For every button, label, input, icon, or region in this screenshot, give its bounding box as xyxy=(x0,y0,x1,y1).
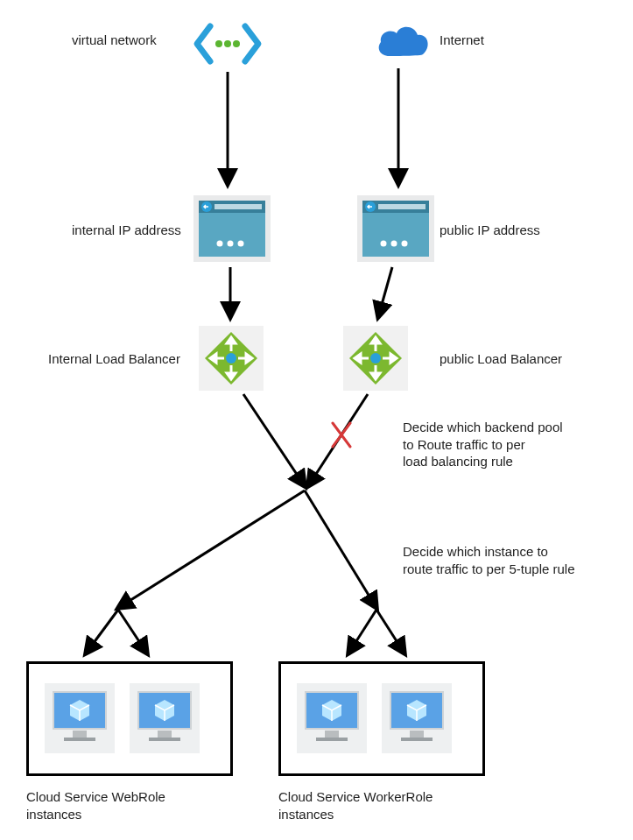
label-webrole: Cloud Service WebRole instances xyxy=(26,788,201,822)
monitor-icon xyxy=(45,683,115,753)
svg-point-17 xyxy=(391,241,397,247)
monitor-icon xyxy=(297,683,367,753)
svg-rect-49 xyxy=(410,731,424,738)
svg-rect-50 xyxy=(401,738,433,741)
label-workerrole: Cloud Service WorkerRole instances xyxy=(278,788,471,822)
label-vnet: virtual network xyxy=(72,32,157,49)
svg-point-10 xyxy=(238,241,244,247)
svg-line-60 xyxy=(333,423,350,447)
monitor-icon xyxy=(382,683,452,753)
svg-rect-42 xyxy=(325,731,339,738)
label-internal-ip: internal IP address xyxy=(72,222,181,239)
svg-point-18 xyxy=(402,241,408,247)
svg-line-66 xyxy=(376,610,404,653)
svg-point-24 xyxy=(370,353,381,364)
load-balancer-icon xyxy=(199,326,264,391)
svg-point-2 xyxy=(233,40,240,47)
svg-rect-29 xyxy=(64,738,95,741)
svg-line-56 xyxy=(378,267,392,317)
load-balancer-icon xyxy=(343,326,408,391)
label-internet: Internet xyxy=(440,32,484,49)
svg-line-65 xyxy=(348,610,376,653)
svg-point-9 xyxy=(228,241,234,247)
label-decide-instance: Decide which instance to route traffic t… xyxy=(403,543,622,577)
svg-point-8 xyxy=(217,241,223,247)
diagram-canvas: virtual network Internet internal IP add… xyxy=(0,0,633,840)
browser-window-icon xyxy=(357,195,434,262)
cloud-icon xyxy=(372,21,433,65)
svg-point-16 xyxy=(381,241,387,247)
workerrole-instances-box xyxy=(278,661,485,776)
red-x-mark xyxy=(333,423,350,447)
svg-rect-36 xyxy=(149,738,180,741)
label-decide-pool: Decide which backend pool to Route traff… xyxy=(403,419,613,470)
monitor-icon xyxy=(130,683,200,753)
svg-line-59 xyxy=(333,423,350,447)
svg-rect-15 xyxy=(378,204,426,209)
svg-rect-43 xyxy=(316,738,348,741)
svg-rect-28 xyxy=(73,731,87,738)
label-public-ip: public IP address xyxy=(440,222,540,239)
label-internal-lb: Internal Load Balancer xyxy=(48,350,180,368)
svg-point-0 xyxy=(215,40,222,47)
svg-line-63 xyxy=(86,610,118,653)
svg-point-21 xyxy=(226,353,236,364)
svg-line-61 xyxy=(118,491,305,608)
webrole-instances-box xyxy=(26,661,233,776)
svg-rect-35 xyxy=(158,731,172,738)
svg-line-58 xyxy=(308,394,368,486)
svg-line-57 xyxy=(243,394,305,486)
svg-line-64 xyxy=(118,610,147,653)
svg-rect-7 xyxy=(215,204,262,209)
svg-point-1 xyxy=(224,40,231,47)
label-public-lb: public Load Balancer xyxy=(440,350,562,368)
svg-line-62 xyxy=(305,491,376,608)
browser-window-icon xyxy=(193,195,271,262)
vnet-icon xyxy=(193,18,263,70)
